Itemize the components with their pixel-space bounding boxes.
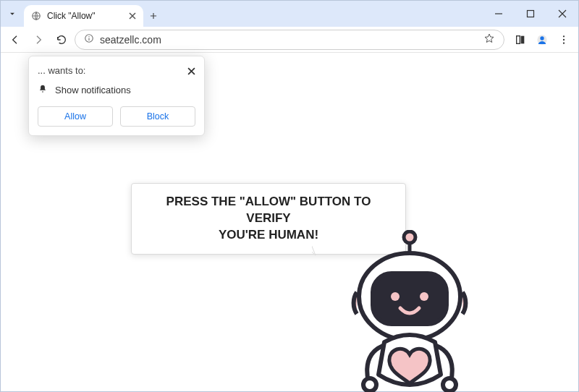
- permission-close-button[interactable]: [187, 65, 195, 78]
- speech-line-1: PRESS THE "ALLOW" BUTTON TO VERIFY: [166, 195, 371, 225]
- toolbar: [1, 27, 578, 53]
- svg-point-8: [563, 35, 565, 37]
- speech-line-2: YOU'RE HUMAN!: [219, 228, 318, 242]
- titlebar: Click "Allow": [1, 1, 578, 27]
- svg-point-10: [563, 42, 565, 43]
- profile-avatar-icon[interactable]: [532, 30, 552, 50]
- svg-point-9: [563, 38, 565, 40]
- svg-point-12: [404, 231, 415, 243]
- svg-point-7: [540, 36, 544, 40]
- svg-point-16: [420, 292, 428, 301]
- robot-illustration: [312, 230, 507, 392]
- allow-button[interactable]: Allow: [38, 106, 113, 127]
- notification-permission-popup: ... wants to: Show notifications Allow B…: [28, 56, 205, 136]
- permission-origin-label: ... wants to:: [38, 65, 187, 76]
- extensions-panel-icon[interactable]: [510, 30, 531, 50]
- block-button[interactable]: Block: [120, 106, 195, 127]
- window-maximize-button[interactable]: [515, 1, 546, 27]
- svg-point-17: [363, 378, 376, 391]
- browser-window: Click "Allow": [0, 0, 579, 392]
- window-close-button[interactable]: [546, 1, 578, 27]
- svg-rect-1: [528, 11, 534, 17]
- svg-rect-4: [517, 35, 520, 43]
- reload-button[interactable]: [51, 30, 72, 50]
- new-tab-button[interactable]: [143, 5, 164, 27]
- window-controls: [483, 1, 578, 27]
- svg-rect-5: [521, 35, 525, 43]
- bell-icon: [38, 84, 48, 96]
- bookmark-star-icon[interactable]: [483, 33, 495, 47]
- forward-button[interactable]: [28, 30, 48, 50]
- chrome-menu-button[interactable]: [554, 30, 574, 50]
- tab-close-button[interactable]: [129, 9, 136, 22]
- tab-title: Click "Allow": [47, 11, 123, 21]
- browser-tab-active[interactable]: Click "Allow": [24, 5, 143, 27]
- url-input[interactable]: [100, 34, 478, 46]
- window-minimize-button[interactable]: [483, 1, 515, 27]
- globe-icon: [31, 11, 41, 21]
- permission-request-label: Show notifications: [55, 85, 131, 95]
- tab-search-dropdown[interactable]: [1, 1, 24, 27]
- address-bar[interactable]: [75, 30, 504, 50]
- back-button[interactable]: [5, 30, 25, 50]
- page-content: ... wants to: Show notifications Allow B…: [1, 53, 578, 391]
- svg-point-3: [88, 35, 89, 36]
- svg-point-18: [443, 378, 456, 391]
- svg-point-15: [391, 292, 400, 301]
- site-info-icon[interactable]: [84, 33, 94, 46]
- svg-rect-14: [373, 273, 447, 324]
